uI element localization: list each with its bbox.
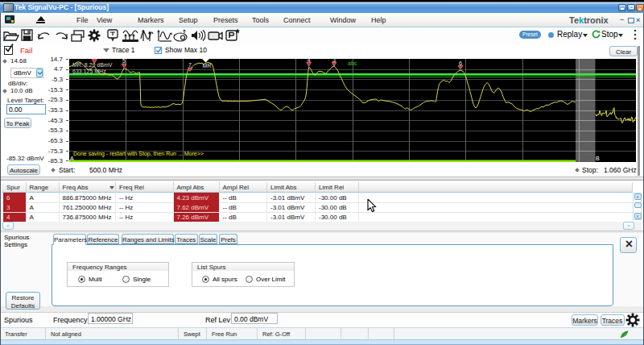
- svg-text:A: A: [70, 156, 74, 161]
- svg-text:7: 7: [188, 62, 192, 68]
- svg-text:abs: abs: [348, 60, 357, 66]
- svg-text:3: 3: [332, 59, 336, 63]
- svg-text:MR: MR: [203, 63, 212, 69]
- svg-text:6: 6: [459, 60, 462, 66]
- svg-text:Done saving - restart with Sto: Done saving - restart with Stop, then Ru…: [73, 151, 204, 157]
- svg-text:4: 4: [308, 59, 311, 63]
- svg-text:5: 5: [122, 59, 126, 64]
- svg-text:633.125 MHz: 633.125 MHz: [72, 69, 106, 74]
- svg-text:B: B: [596, 156, 600, 161]
- svg-text:MR: 8.29 dBmV: MR: 8.29 dBmV: [72, 62, 113, 68]
